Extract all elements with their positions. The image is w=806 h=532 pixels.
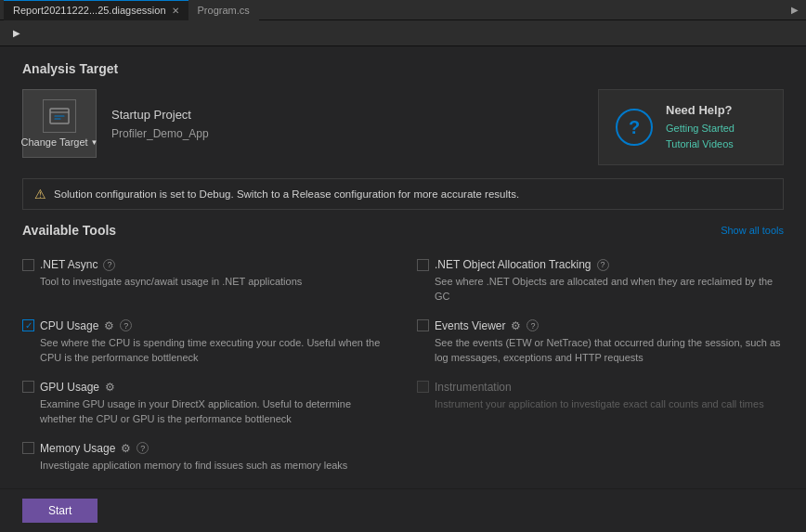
tab-program-cs-label: Program.cs: [198, 5, 250, 16]
tool-header-row-dotnet-async: .NET Async?: [22, 258, 389, 271]
dropdown-arrow: ▼: [91, 138, 98, 147]
help-text: Need Help? Getting Started Tutorial Vide…: [666, 103, 734, 151]
tool-desc-memory-usage: Investigate application memory to find i…: [22, 459, 389, 474]
startup-project-value: Profiler_Demo_App: [111, 127, 209, 140]
help-links: Getting Started Tutorial Videos: [666, 121, 734, 151]
tool-header-row-cpu-usage: CPU Usage⚙?: [22, 319, 389, 332]
change-target-button[interactable]: Change Target ▼: [22, 89, 97, 158]
start-button[interactable]: Start: [22, 499, 98, 523]
target-left: Change Target ▼ Startup Project Profiler…: [22, 89, 209, 158]
help-title: Need Help?: [666, 103, 734, 117]
change-target-label: Change Target ▼: [20, 136, 98, 148]
show-all-tools-link[interactable]: Show all tools: [721, 225, 784, 236]
gear-icon-cpu-usage[interactable]: ⚙: [104, 319, 114, 332]
title-bar: Report20211222...25.diagsession ✕ Progra…: [0, 0, 806, 20]
tool-desc-dotnet-object-allocation: See where .NET Objects are allocated and…: [417, 275, 784, 305]
tab-diagsession-label: Report20211222...25.diagsession: [13, 5, 166, 16]
tool-name-instrumentation: Instrumentation: [435, 381, 512, 394]
tool-desc-gpu-usage: Examine GPU usage in your DirectX applic…: [22, 397, 389, 427]
tool-checkbox-events-viewer[interactable]: [417, 319, 429, 331]
tool-desc-cpu-usage: See where the CPU is spending time execu…: [22, 336, 389, 366]
help-icon: ?: [616, 109, 653, 146]
tutorial-videos-link[interactable]: Tutorial Videos: [666, 136, 734, 152]
tool-name-gpu-usage: GPU Usage: [40, 381, 99, 394]
tool-name-dotnet-async: .NET Async: [40, 258, 98, 271]
tab-close-diagsession[interactable]: ✕: [172, 6, 179, 16]
tool-checkbox-dotnet-async[interactable]: [22, 259, 34, 271]
tool-desc-instrumentation: Instrument your application to investiga…: [417, 397, 784, 412]
tool-item-instrumentation: InstrumentationInstrument your applicati…: [417, 373, 784, 435]
info-icon-memory-usage[interactable]: ?: [136, 442, 149, 454]
tool-item-cpu-usage: CPU Usage⚙?See where the CPU is spending…: [22, 312, 389, 373]
change-target-icon: [43, 99, 76, 133]
tool-checkbox-cpu-usage[interactable]: [22, 319, 34, 331]
toolbar-strip: ▶: [0, 20, 806, 46]
gear-icon-gpu-usage[interactable]: ⚙: [105, 381, 115, 394]
tool-header-row-gpu-usage: GPU Usage⚙: [22, 381, 389, 394]
warning-text: Solution configuration is set to Debug. …: [54, 188, 519, 200]
gear-icon-memory-usage[interactable]: ⚙: [121, 442, 131, 455]
tool-checkbox-gpu-usage[interactable]: [22, 381, 34, 393]
tool-item-gpu-usage: GPU Usage⚙Examine GPU usage in your Dire…: [22, 373, 389, 435]
tab-diagsession[interactable]: Report20211222...25.diagsession ✕: [4, 0, 188, 20]
tool-name-memory-usage: Memory Usage: [40, 442, 115, 455]
toolbar-arrow[interactable]: ▶: [7, 26, 26, 40]
help-box: ? Need Help? Getting Started Tutorial Vi…: [598, 89, 784, 165]
startup-project-heading: Startup Project: [111, 108, 209, 122]
tool-desc-events-viewer: See the events (ETW or NetTrace) that oc…: [417, 336, 784, 366]
info-icon-events-viewer[interactable]: ?: [526, 319, 539, 331]
tool-checkbox-memory-usage[interactable]: [22, 442, 34, 454]
tool-header-row-memory-usage: Memory Usage⚙?: [22, 442, 389, 455]
tool-item-dotnet-async: .NET Async?Tool to investigate async/awa…: [22, 251, 389, 312]
warning-bar: ⚠ Solution configuration is set to Debug…: [22, 178, 784, 210]
tool-item-dotnet-object-allocation: .NET Object Allocation Tracking?See wher…: [417, 251, 784, 312]
info-icon-dotnet-object-allocation[interactable]: ?: [597, 259, 609, 271]
tab-program-cs[interactable]: Program.cs: [188, 0, 259, 20]
tools-section-title: Available Tools: [22, 223, 116, 238]
startup-info: Startup Project Profiler_Demo_App: [111, 108, 209, 140]
analysis-target-title: Analysis Target: [22, 61, 784, 76]
tool-header-row-instrumentation: Instrumentation: [417, 381, 784, 394]
analysis-panel: Analysis Target Change: [0, 46, 806, 488]
tool-checkbox-dotnet-object-allocation[interactable]: [417, 259, 429, 271]
tool-item-memory-usage: Memory Usage⚙?Investigate application me…: [22, 435, 389, 481]
tool-header-row-dotnet-object-allocation: .NET Object Allocation Tracking?: [417, 258, 784, 271]
gear-icon-events-viewer[interactable]: ⚙: [511, 319, 521, 332]
tool-header-row-events-viewer: Events Viewer⚙?: [417, 319, 784, 332]
info-icon-cpu-usage[interactable]: ?: [120, 319, 132, 331]
warning-icon: ⚠: [34, 187, 46, 201]
tool-item-events-viewer: Events Viewer⚙?See the events (ETW or Ne…: [417, 312, 784, 373]
tools-grid: .NET Async?Tool to investigate async/awa…: [22, 251, 784, 481]
tool-checkbox-instrumentation[interactable]: [417, 381, 429, 393]
getting-started-link[interactable]: Getting Started: [666, 121, 734, 136]
main-container: ▶ Analysis Target: [0, 20, 806, 532]
bottom-bar: Start: [0, 488, 806, 532]
tools-header: Available Tools Show all tools: [22, 223, 784, 238]
tool-name-cpu-usage: CPU Usage: [40, 319, 98, 332]
scroll-right-button[interactable]: ▶: [787, 5, 802, 15]
analysis-target-row: Change Target ▼ Startup Project Profiler…: [22, 89, 784, 165]
info-icon-dotnet-async[interactable]: ?: [103, 259, 115, 271]
project-icon: [46, 103, 72, 129]
tool-name-events-viewer: Events Viewer: [435, 319, 505, 332]
tool-desc-dotnet-async: Tool to investigate async/await usage in…: [22, 275, 389, 290]
tool-name-dotnet-object-allocation: .NET Object Allocation Tracking: [435, 258, 592, 271]
